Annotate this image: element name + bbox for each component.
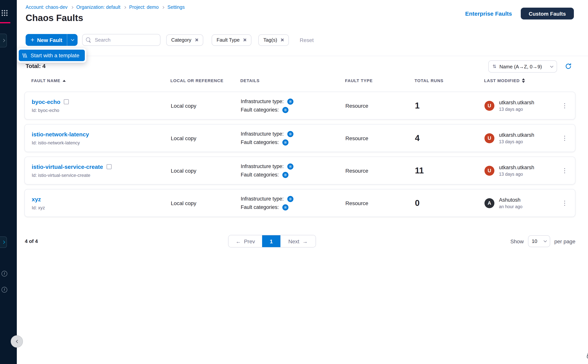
local-or-reference: Local copy [171,135,241,141]
modified-by: utkarsh.utkarsh [499,100,534,105]
sidebar-collapse-handle[interactable] [11,335,23,348]
fault-name-link[interactable]: xyz [32,196,41,202]
column-last-modified[interactable]: LAST MODIFIED [484,78,560,83]
enterprise-faults-link[interactable]: Enterprise Faults [465,10,512,17]
help-icon[interactable]: i [1,287,7,292]
sidebar-expand-button[interactable] [0,34,7,47]
row-menu-button[interactable]: ⋮ [560,101,569,110]
close-icon[interactable] [243,38,247,42]
fault-categories-label: Fault categories: [241,139,279,145]
filter-tags-chip[interactable]: Tag(s) [258,34,289,46]
chaos-faults-page: i i Account: chaos-dev Organization: def… [0,0,588,364]
column-fault-type: FAULT TYPE [345,78,415,83]
chevron-right-icon [71,6,73,9]
avatar: U [484,101,494,110]
total-count: Total: 4 [26,63,46,69]
custom-faults-button[interactable]: Custom Faults [521,8,574,20]
fault-id: Id: istio-network-latency [32,140,171,145]
modified-time: an hour ago [499,204,523,209]
fault-categories-label: Fault categories: [241,204,279,210]
breadcrumb-project-link[interactable]: Project: demo [129,5,158,10]
chevron-down-icon [71,38,74,41]
page-1-button[interactable]: 1 [262,235,281,247]
start-with-template-item[interactable]: Start with a template [19,50,85,61]
sidebar-panel-toggle[interactable] [0,236,7,248]
chevron-down-icon [550,64,553,68]
row-menu-button[interactable]: ⋮ [560,133,569,143]
row-checkbox[interactable] [107,164,111,169]
breadcrumb-account-link[interactable]: Account: chaos-dev [26,5,68,10]
show-label: Show [510,238,524,244]
column-label: LOCAL OR REFERENCE [170,78,223,83]
fault-name-link[interactable]: istio-virtual-service-create [32,163,103,170]
filter-category-chip[interactable]: Category [166,34,203,46]
search-input[interactable] [94,37,155,43]
fault-id: Id: istio-virtual-service-create [32,172,171,178]
new-fault-dropdown-button[interactable] [67,34,78,46]
row-menu-button[interactable]: ⋮ [560,166,569,175]
new-fault-button[interactable]: New Fault [26,34,78,46]
avatar: A [484,198,494,208]
app-launcher-grid-icon[interactable] [1,10,8,16]
modified-by: utkarsh.utkarsh [499,165,534,170]
local-or-reference: Local copy [171,103,241,109]
total-runs: 4 [415,133,484,143]
start-with-template-label: Start with a template [31,52,79,58]
template-icon [22,53,27,58]
plus-icon [31,37,34,43]
kubernetes-icon [287,98,293,104]
fault-row[interactable]: istio-network-latency Id: istio-network-… [25,124,575,152]
refresh-button[interactable] [565,63,572,70]
sort-select[interactable]: ⇅ Name (A→Z, 0→9) [488,60,557,72]
kubernetes-icon [287,163,293,169]
chevron-left-icon [16,340,19,343]
avatar-initial: U [488,135,491,141]
close-icon[interactable] [195,38,198,42]
fault-type: Resource [345,200,415,206]
fault-name-link[interactable]: byoc-echo [32,98,60,105]
row-checkbox[interactable] [64,99,69,104]
column-label: FAULT TYPE [345,78,373,83]
column-fault-name[interactable]: FAULT NAME [31,78,170,83]
pager: Prev 1 Next [228,235,316,247]
sort-both-icon [522,78,525,83]
local-or-reference: Local copy [171,168,241,174]
reset-filters-button[interactable]: Reset [300,37,314,43]
per-page-label: per page [554,238,575,244]
fault-row[interactable]: byoc-echo Id: byoc-echo Local copy Infra… [25,92,575,120]
column-local-or-reference: LOCAL OR REFERENCE [170,78,240,83]
infrastructure-type-label: Infrastructure type: [241,163,284,169]
page-size-select[interactable]: 10 [528,235,550,247]
fault-id: Id: byoc-echo [32,108,171,113]
table-header-row: FAULT NAME LOCAL OR REFERENCE DETAILS FA… [25,78,575,83]
column-total-runs: TOTAL RUNS [415,78,484,83]
column-label: DETAILS [240,78,260,83]
next-page-button[interactable]: Next [281,235,316,247]
close-icon[interactable] [281,38,284,42]
chevron-right-icon [162,6,164,9]
fault-row[interactable]: xyz Id: xyz Local copy Infrastructure ty… [25,189,575,217]
breadcrumb-settings-link[interactable]: Settings [168,5,185,10]
new-fault-menu: Start with a template [17,48,86,63]
breadcrumb: Account: chaos-dev Organization: default… [26,5,185,10]
breadcrumb-org-link[interactable]: Organization: default [76,5,121,10]
infrastructure-type-label: Infrastructure type: [241,196,284,202]
search-icon [86,37,91,43]
kubernetes-icon [282,139,288,145]
fault-name-link[interactable]: istio-network-latency [32,131,89,137]
fault-type: Resource [345,135,415,141]
prev-page-button[interactable]: Prev [229,235,262,247]
fault-categories-label: Fault categories: [241,172,279,178]
info-icon[interactable]: i [1,271,7,277]
avatar-initial: U [488,168,491,173]
support-headset-icon[interactable] [586,350,588,360]
kubernetes-icon [282,107,288,113]
filter-fault-type-label: Fault Type [217,37,240,43]
row-menu-button[interactable]: ⋮ [560,198,569,208]
filter-fault-type-chip[interactable]: Fault Type [212,34,252,46]
modified-time: 13 days ago [499,107,534,111]
modified-by: Ashutosh [499,197,523,203]
fault-row[interactable]: istio-virtual-service-create Id: istio-v… [25,156,575,184]
toolbar: New Fault Category Fault Type [17,33,588,56]
chevron-right-icon [2,39,5,42]
